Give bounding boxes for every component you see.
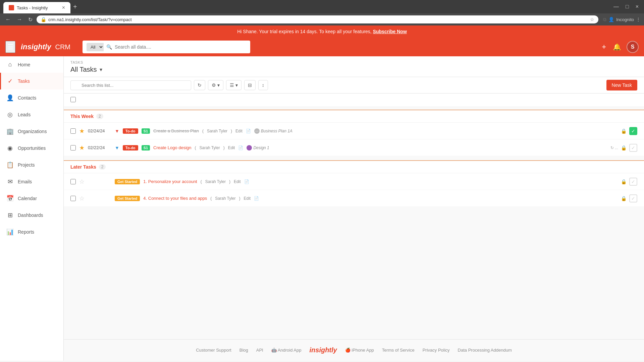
task-1-checkbox[interactable] (70, 128, 76, 134)
task-1-complete-btn[interactable]: ✓ (629, 127, 637, 135)
sidebar-item-organizations[interactable]: 🏢 Organizations (0, 123, 63, 140)
sidebar-item-calendar[interactable]: 📅 Calendar (0, 190, 63, 207)
task-3-name[interactable]: 1. Personalize your account (143, 179, 197, 184)
profile-icon[interactable]: 👤 (608, 17, 614, 22)
footer-android-label: Android App (278, 348, 302, 353)
task-4-checkbox[interactable] (70, 196, 76, 201)
android-icon: 🤖 (271, 348, 277, 353)
sidebar-item-reports[interactable]: 📊 Reports (0, 224, 63, 240)
task-4-actions: 🔒 ✓ (621, 194, 637, 202)
calendar-icon: 📅 (6, 195, 14, 202)
task-3-edit[interactable]: Edit (234, 179, 241, 184)
new-task-btn[interactable]: New Task (606, 80, 637, 90)
sidebar-item-tasks[interactable]: ✓ Tasks (0, 73, 63, 89)
sidebar-item-contacts[interactable]: 👤 Contacts (0, 89, 63, 106)
sidebar-label-reports: Reports (18, 229, 34, 235)
add-button[interactable]: + (600, 41, 607, 53)
apple-icon: 🍎 (345, 348, 351, 353)
footer-terms[interactable]: Terms of Service (382, 348, 415, 353)
task-1-linked-dot: — (254, 128, 260, 134)
task-2-owner-close: ) (223, 145, 225, 150)
task-2-owner-name: Sarah Tyler (200, 145, 220, 150)
menu-icon[interactable]: ⋮ (636, 17, 641, 22)
task-4-edit[interactable]: Edit (244, 196, 251, 201)
sort-btn[interactable]: ↕ (258, 80, 268, 90)
sidebar-label-dashboards: Dashboards (18, 213, 43, 218)
toolbar: 🔍 ↻ ⚙ ▾ ☰ ▾ ⊟ ↕ New Task (64, 77, 644, 94)
footer-data-processing[interactable]: Data Processing Addendum (458, 348, 512, 353)
search-scope-dropdown[interactable]: All (87, 43, 104, 51)
sidebar-item-emails[interactable]: ✉ Emails (0, 173, 63, 190)
footer-blog[interactable]: Blog (239, 348, 248, 353)
task-4-complete-btn[interactable]: ✓ (629, 194, 637, 202)
task-3-complete-btn[interactable]: ✓ (629, 178, 637, 186)
refresh-btn[interactable]: ↻ (26, 16, 35, 23)
task-3-checkbox[interactable] (70, 179, 76, 184)
main-layout: ⌂ Home ✓ Tasks 👤 Contacts ◎ Leads 🏢 Orga… (0, 56, 644, 361)
global-search-input[interactable] (115, 44, 246, 50)
footer-api[interactable]: API (256, 348, 263, 353)
task-1-linked-name[interactable]: Business Plan 1A (261, 129, 292, 133)
opportunities-icon: ◉ (6, 144, 14, 152)
task-1-priority-icon: ▼ (115, 128, 119, 134)
settings-btn[interactable]: ⚙ ▾ (208, 80, 223, 90)
sidebar-item-opportunities[interactable]: ◉ Opportunities (0, 140, 63, 157)
user-avatar[interactable]: S (627, 41, 639, 53)
tab-close-btn[interactable]: × (62, 5, 65, 11)
footer-logo: insightly (309, 346, 337, 354)
subscribe-link[interactable]: Subscribe Now (373, 29, 407, 34)
tasks-breadcrumb: TASKS (70, 60, 637, 64)
task-4-name[interactable]: 4. Connect to your files and apps (143, 196, 207, 201)
tasks-title-dropdown[interactable]: ▾ (100, 66, 102, 73)
sidebar-item-projects[interactable]: 📋 Projects (0, 157, 63, 173)
sidebar-label-projects: Projects (18, 162, 35, 168)
this-week-title: This Week (70, 114, 94, 119)
task-2-name[interactable]: Create Logo design (153, 145, 191, 150)
task-1-name[interactable]: Create a Business Plan (153, 128, 199, 133)
trial-banner: Hi Shane. Your trial expires in 14 days.… (0, 25, 644, 38)
address-bar-container: 🔒 ☆ (37, 15, 598, 23)
task-3-star[interactable]: ☆ (79, 178, 85, 185)
task-1-edit[interactable]: Edit (235, 129, 243, 133)
task-2-linked-name[interactable]: Design 1 (253, 145, 269, 150)
task-2-edit[interactable]: Edit (228, 145, 235, 150)
task-2-linked: Design 1 (247, 145, 269, 150)
task-2-star[interactable]: ★ (79, 144, 85, 152)
trial-text: Hi Shane. Your trial expires in 14 days.… (237, 29, 372, 34)
task-2-checkbox[interactable] (70, 145, 76, 150)
task-1-badge: To-do (123, 128, 138, 134)
sidebar-item-leads[interactable]: ◎ Leads (0, 106, 63, 123)
sidebar-item-home[interactable]: ⌂ Home (0, 56, 63, 73)
footer-iphone-app[interactable]: 🍎 iPhone App (345, 348, 374, 353)
search-list-input[interactable] (70, 80, 191, 90)
task-2-complete-btn[interactable]: ✓ (629, 144, 637, 152)
sidebar-item-dashboards[interactable]: ⊞ Dashboards (0, 207, 63, 224)
browser-tab-active[interactable]: Tasks - Insightly × (3, 2, 70, 13)
contacts-icon: 👤 (6, 94, 14, 102)
refresh-list-btn[interactable]: ↻ (194, 80, 205, 90)
this-week-section-header: This Week 2 (64, 110, 644, 123)
close-browser-btn[interactable]: × (634, 2, 641, 11)
task-1-star[interactable]: ★ (79, 127, 85, 135)
hamburger-menu[interactable]: ☰ (5, 41, 15, 53)
maximize-btn[interactable]: □ (624, 2, 631, 11)
star-address-icon[interactable]: ☆ (590, 17, 594, 22)
back-btn[interactable]: ← (3, 16, 13, 23)
task-4-star[interactable]: ☆ (79, 195, 85, 202)
app-header: ☰ insightly CRM All 🔍 + 🔔 S (0, 38, 644, 56)
new-tab-btn[interactable]: + (70, 3, 80, 11)
tasks-title-row: All Tasks ▾ (70, 66, 637, 77)
select-all-checkbox[interactable] (70, 97, 76, 102)
task-2-date: 02/22/24 (88, 145, 111, 150)
extensions-icon[interactable]: ⧉ (603, 17, 606, 22)
footer-customer-support[interactable]: Customer Support (196, 348, 231, 353)
footer-android-app[interactable]: 🤖 Android App (271, 348, 302, 353)
notifications-button[interactable]: 🔔 (611, 42, 623, 52)
task-2-actions: ↻ ... 🔒 ✓ (610, 144, 637, 152)
forward-btn[interactable]: → (15, 16, 24, 23)
filter-btn[interactable]: ⊟ (244, 80, 256, 90)
view-toggle-btn[interactable]: ☰ ▾ (226, 80, 241, 90)
footer-privacy[interactable]: Privacy Policy (423, 348, 450, 353)
address-input[interactable] (48, 17, 588, 22)
minimize-btn[interactable]: — (611, 2, 621, 11)
